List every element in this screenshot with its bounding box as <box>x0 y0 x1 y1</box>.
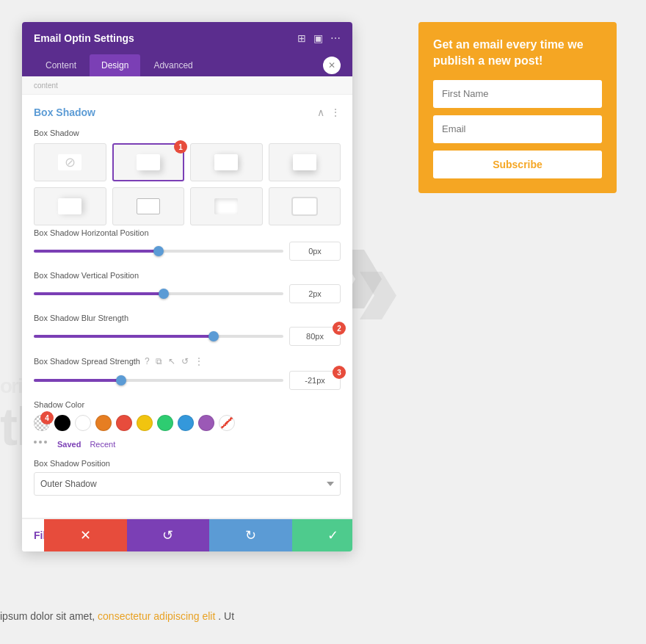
redo-button[interactable]: ↻ <box>209 519 292 551</box>
shadow-option-3[interactable] <box>269 143 341 181</box>
blur-value[interactable]: 80px 2 <box>289 327 341 346</box>
bg-link[interactable]: consectetur adipiscing elit <box>98 610 215 622</box>
spread-copy-icon[interactable]: ⧉ <box>156 356 162 366</box>
email-widget: Get an email every time we publish a new… <box>418 22 617 193</box>
horizontal-label: Box Shadow Horizontal Position <box>34 228 341 237</box>
tab-advanced[interactable]: Advanced <box>142 54 204 76</box>
horizontal-slider-fill <box>34 250 159 253</box>
vertical-slider-track[interactable] <box>34 292 283 295</box>
shadow-option-4[interactable] <box>34 187 106 225</box>
color-swatches: 4 <box>34 415 341 431</box>
spread-value[interactable]: -21px 3 <box>289 371 341 390</box>
color-swatch-purple[interactable] <box>198 415 214 431</box>
color-tabs: Saved Recent <box>54 440 115 449</box>
spread-icons: ? ⧉ ↖ ↺ ⋮ <box>145 356 203 366</box>
color-swatch-black[interactable] <box>54 415 70 431</box>
panel-title: Email Optin Settings <box>34 32 134 44</box>
color-swatch-eraser[interactable] <box>219 415 235 431</box>
bg-link-text: ipsum dolor sit amet, consectetur adipis… <box>0 610 234 622</box>
tab-content[interactable]: Content <box>34 54 88 76</box>
position-label: Box Shadow Position <box>34 459 341 468</box>
panel-close-button[interactable]: ✕ <box>323 57 341 74</box>
shadow-option-7[interactable] <box>269 187 341 225</box>
horizontal-slider-row: Box Shadow Horizontal Position 0px <box>34 228 341 261</box>
shadow-options-grid: ⊘ 1 <box>34 143 341 225</box>
email-widget-title: Get an email every time we publish a new… <box>433 37 602 70</box>
vertical-slider-thumb[interactable] <box>159 289 169 299</box>
blur-slider-track[interactable] <box>34 335 283 338</box>
settings-panel: Email Optin Settings ⊞ ▣ ⋯ Content Desig… <box>22 22 352 551</box>
section-collapse-icon[interactable]: ∧ <box>317 106 324 118</box>
vertical-slider-container: 2px <box>34 284 341 303</box>
color-swatch-orange[interactable] <box>95 415 112 431</box>
scroll-indicator: content <box>22 76 352 95</box>
horizontal-slider-container: 0px <box>34 242 341 261</box>
email-input[interactable] <box>433 115 602 143</box>
spread-slider-container: -21px 3 <box>34 371 341 390</box>
badge-1: 1 <box>174 140 187 153</box>
blur-slider-fill <box>34 335 214 338</box>
tab-design[interactable]: Design <box>90 54 140 76</box>
bottom-toolbar: ✕ ↺ ↻ ✓ <box>44 519 352 551</box>
blur-slider-container: 80px 2 <box>34 327 341 346</box>
section-more-icon[interactable]: ⋮ <box>330 106 341 118</box>
firstname-input[interactable] <box>433 80 602 108</box>
blur-slider-thumb[interactable] <box>208 331 219 341</box>
shadow-color-section: Shadow Color 4 <box>34 400 341 449</box>
color-swatch-blue[interactable] <box>178 415 194 431</box>
spread-slider-fill <box>34 379 121 382</box>
color-swatch-white[interactable] <box>75 415 91 431</box>
shadow-option-none[interactable]: ⊘ <box>34 143 106 181</box>
color-tab-saved[interactable]: Saved <box>57 440 81 449</box>
panel-icon-more[interactable]: ⋯ <box>330 32 341 44</box>
shadow-option-1[interactable]: 1 <box>112 143 185 181</box>
position-select[interactable]: Outer Shadow Inner Shadow <box>34 472 341 496</box>
color-tab-recent[interactable]: Recent <box>90 440 115 449</box>
spread-slider-thumb[interactable] <box>116 375 126 386</box>
horizontal-value[interactable]: 0px <box>289 242 341 261</box>
panel-icon-grid[interactable]: ⊞ <box>297 32 306 44</box>
vertical-value[interactable]: 2px <box>289 284 341 303</box>
cancel-button[interactable]: ✕ <box>44 519 127 551</box>
badge-3: 3 <box>333 366 346 379</box>
color-swatch-yellow[interactable] <box>137 415 153 431</box>
color-bottom-row: Saved Recent <box>34 435 341 449</box>
horizontal-slider-thumb[interactable] <box>153 246 164 256</box>
spread-help-icon[interactable]: ? <box>145 356 150 366</box>
section-header: Box Shadow ∧ ⋮ <box>34 106 341 118</box>
position-row: Box Shadow Position Outer Shadow Inner S… <box>34 459 341 496</box>
shadow-option-5[interactable] <box>112 187 185 225</box>
subscribe-button[interactable]: Subscribe <box>433 151 602 178</box>
spread-reset-icon[interactable]: ↺ <box>181 356 189 366</box>
undo-button[interactable]: ↺ <box>127 519 210 551</box>
shadow-color-label: Shadow Color <box>34 400 341 409</box>
panel-tabs: Content Design Advanced ✕ <box>22 54 352 76</box>
shadow-option-2[interactable] <box>190 143 263 181</box>
spread-slider-row: Box Shadow Spread Strength ? ⧉ ↖ ↺ ⋮ <box>34 356 341 390</box>
box-shadow-section: Box Shadow ∧ ⋮ Box Shadow ⊘ 1 <box>22 95 352 518</box>
color-swatch-green[interactable] <box>157 415 173 431</box>
spread-label: Box Shadow Spread Strength ? ⧉ ↖ ↺ ⋮ <box>34 356 341 366</box>
color-swatch-transparent[interactable]: 4 <box>34 415 50 431</box>
badge-2: 2 <box>333 322 346 335</box>
panel-icon-layout[interactable]: ▣ <box>313 32 323 44</box>
panel-content: content Box Shadow ∧ ⋮ Box Shadow ⊘ <box>22 76 352 551</box>
spread-cursor-icon[interactable]: ↖ <box>168 356 175 366</box>
spread-more-icon[interactable]: ⋮ <box>195 356 203 366</box>
blur-slider-row: Box Shadow Blur Strength 80px 2 <box>34 314 341 346</box>
spread-slider-track[interactable] <box>34 379 283 382</box>
section-header-icons: ∧ ⋮ <box>317 106 341 118</box>
badge-4: 4 <box>40 411 54 424</box>
vertical-slider-row: Box Shadow Vertical Position 2px <box>34 271 341 303</box>
panel-header-icons: ⊞ ▣ ⋯ <box>297 32 341 44</box>
section-title: Box Shadow <box>34 106 95 118</box>
blur-label: Box Shadow Blur Strength <box>34 314 341 322</box>
panel-header: Email Optin Settings ⊞ ▣ ⋯ <box>22 22 352 54</box>
box-shadow-label: Box Shadow <box>34 129 341 137</box>
confirm-button[interactable]: ✓ <box>292 519 353 551</box>
color-dots <box>34 441 47 444</box>
color-swatch-red[interactable] <box>116 415 132 431</box>
vertical-slider-fill <box>34 292 164 295</box>
horizontal-slider-track[interactable] <box>34 250 283 253</box>
shadow-option-6[interactable] <box>190 187 263 225</box>
